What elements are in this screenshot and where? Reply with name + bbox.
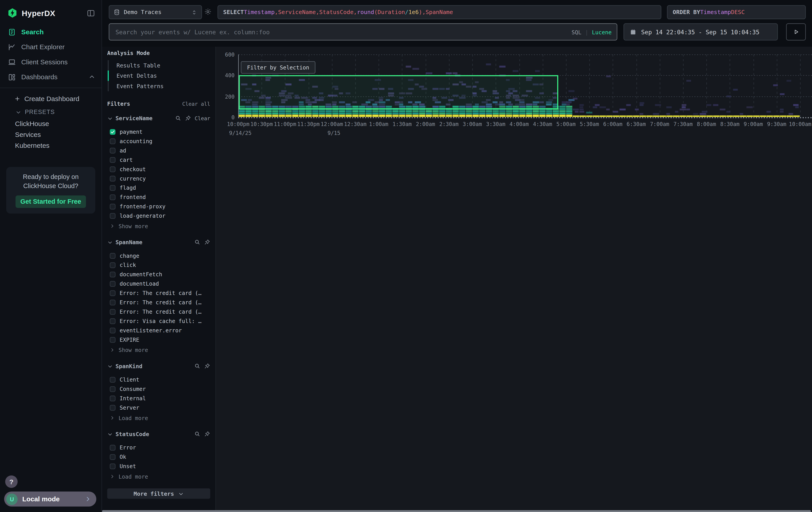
checkbox[interactable] — [110, 337, 116, 343]
filter-option-client[interactable]: Client — [107, 375, 210, 384]
checkbox[interactable] — [110, 377, 116, 382]
date-range-button[interactable]: Sep 14 22:04:35 - Sep 15 10:04:35 — [624, 23, 778, 41]
sidebar-item-search[interactable]: Search — [0, 24, 102, 39]
sql-select-editor[interactable]: SELECT Timestamp, ServiceName, StatusCod… — [218, 5, 661, 19]
checkbox[interactable] — [110, 444, 116, 450]
checkbox[interactable] — [110, 204, 116, 209]
checkbox[interactable] — [110, 299, 116, 305]
group-collapse-icon[interactable] — [107, 431, 113, 437]
sidebar-item-dashboards[interactable]: Dashboards — [0, 70, 102, 85]
checkbox[interactable] — [110, 194, 116, 200]
more-filters-button[interactable]: More filters — [107, 488, 210, 499]
filter-option-frontend[interactable]: frontend — [107, 192, 210, 202]
show-more-button[interactable]: Show more — [107, 345, 210, 355]
preset-item-kubernetes[interactable]: Kubernetes — [0, 140, 102, 151]
search-input[interactable] — [115, 28, 572, 36]
load-more-button[interactable]: Load more — [107, 413, 210, 423]
checkbox[interactable] — [110, 309, 116, 315]
checkbox[interactable] — [110, 147, 116, 153]
filter-option-documentfetch[interactable]: documentFetch — [107, 270, 210, 279]
group-collapse-icon[interactable] — [107, 363, 113, 369]
order-by-editor[interactable]: ORDER BY Timestamp DESC — [667, 5, 806, 19]
filter-option-change[interactable]: change — [107, 251, 210, 260]
sql-mode-button[interactable]: SQL — [572, 29, 581, 35]
group-search-icon[interactable] — [175, 115, 181, 121]
filter-option-payment[interactable]: payment — [107, 127, 210, 136]
filter-option-frontend-proxy[interactable]: frontend-proxy — [107, 202, 210, 211]
filter-option-error[interactable]: Error — [107, 443, 210, 452]
filter-option-load-generator[interactable]: load-generator — [107, 211, 210, 220]
filter-option-error-the-credit-card[interactable]: Error: The credit card (… — [107, 288, 210, 298]
horizontal-scrollbar[interactable] — [102, 510, 811, 512]
collapse-sidebar-button[interactable] — [86, 8, 95, 17]
checkbox[interactable] — [110, 386, 116, 392]
filter-option-documentload[interactable]: documentLoad — [107, 279, 210, 288]
group-pin-icon[interactable] — [204, 363, 210, 369]
run-query-button[interactable] — [786, 23, 806, 41]
presets-toggle[interactable]: PRESETS — [0, 106, 102, 118]
preset-item-services[interactable]: Services — [0, 129, 102, 140]
filter-option-eventlistener-error[interactable]: eventListener.error — [107, 326, 210, 335]
selection-overlay[interactable] — [239, 75, 558, 110]
group-collapse-icon[interactable] — [107, 115, 113, 121]
clear-all-button[interactable]: Clear all — [182, 101, 210, 107]
checkbox[interactable] — [110, 166, 116, 172]
preset-item-clickhouse[interactable]: ClickHouse — [0, 118, 102, 129]
checkbox[interactable] — [110, 463, 116, 469]
filter-option-click[interactable]: click — [107, 260, 210, 270]
settings-gear-icon[interactable] — [204, 8, 212, 16]
load-more-button[interactable]: Load more — [107, 472, 210, 481]
filter-option-ok[interactable]: Ok — [107, 452, 210, 461]
analysis-mode-item-results-table[interactable]: Results Table — [109, 60, 210, 71]
checkbox[interactable] — [110, 327, 116, 333]
filter-option-consumer[interactable]: Consumer — [107, 384, 210, 394]
checkbox[interactable] — [110, 262, 116, 268]
checkbox[interactable] — [110, 185, 116, 191]
group-search-icon[interactable] — [194, 431, 200, 437]
create-dashboard-button[interactable]: Create Dashboard — [0, 91, 102, 106]
checkbox[interactable] — [110, 213, 116, 219]
filter-option-error-the-credit-card[interactable]: Error: The credit card (… — [107, 298, 210, 307]
show-more-button[interactable]: Show more — [107, 221, 210, 231]
group-pin-icon[interactable] — [204, 431, 210, 437]
sidebar-item-client-sessions[interactable]: Client Sessions — [0, 55, 102, 70]
checkbox[interactable] — [110, 138, 116, 144]
filter-option-server[interactable]: Server — [107, 403, 210, 412]
filter-option-expire[interactable]: EXPIRE — [107, 335, 210, 344]
checkbox[interactable] — [110, 454, 116, 460]
group-clear-button[interactable]: Clear — [195, 115, 210, 121]
filter-option-accounting[interactable]: accounting — [107, 136, 210, 146]
filter-option-flagd[interactable]: flagd — [107, 183, 210, 192]
analysis-mode-item-event-patterns[interactable]: Event Patterns — [109, 81, 210, 91]
filter-option-error-the-credit-card[interactable]: Error: The credit card (… — [107, 307, 210, 316]
checkbox[interactable] — [110, 157, 116, 163]
checkbox[interactable] — [110, 405, 116, 410]
analysis-mode-item-event-deltas[interactable]: Event Deltas — [109, 71, 210, 81]
group-pin-icon[interactable] — [204, 239, 210, 245]
checkbox[interactable] — [110, 281, 116, 287]
filter-option-internal[interactable]: Internal — [107, 394, 210, 403]
filter-option-ad[interactable]: ad — [107, 145, 210, 155]
filter-option-currency[interactable]: currency — [107, 173, 210, 183]
lucene-mode-button[interactable]: Lucene — [592, 29, 611, 35]
group-search-icon[interactable] — [194, 239, 200, 245]
filter-by-selection-tooltip[interactable]: Filter by Selection — [241, 61, 316, 74]
user-menu-pill[interactable]: U Local mode — [4, 491, 96, 507]
sidebar-item-chart-explorer[interactable]: Chart Explorer — [0, 39, 102, 55]
get-started-button[interactable]: Get Started for Free — [16, 195, 86, 208]
filter-option-unset[interactable]: Unset — [107, 461, 210, 471]
group-collapse-icon[interactable] — [107, 239, 113, 245]
filter-option-error-visa-cache-full[interactable]: Error: Visa cache full: … — [107, 316, 210, 326]
checkbox[interactable] — [110, 271, 116, 277]
source-select[interactable]: Demo Traces — [109, 5, 202, 19]
group-search-icon[interactable] — [194, 363, 200, 369]
checkbox[interactable] — [110, 129, 116, 135]
help-button[interactable]: ? — [5, 476, 18, 488]
group-pin-icon[interactable] — [185, 115, 191, 121]
checkbox[interactable] — [110, 395, 116, 401]
filter-option-checkout[interactable]: checkout — [107, 164, 210, 173]
checkbox[interactable] — [110, 290, 116, 296]
filter-option-cart[interactable]: cart — [107, 155, 210, 164]
checkbox[interactable] — [110, 253, 116, 259]
checkbox[interactable] — [110, 318, 116, 324]
